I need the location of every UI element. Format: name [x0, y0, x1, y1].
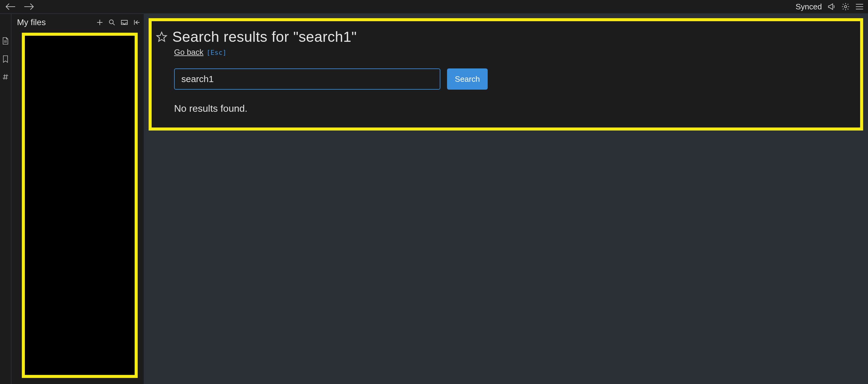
go-back-link[interactable]: Go back — [174, 47, 204, 57]
file-icon[interactable] — [2, 37, 9, 45]
plus-icon[interactable] — [96, 19, 103, 26]
search-results-panel: Search results for "search1" Go back [Es… — [149, 18, 863, 131]
sidebar-toolbar — [96, 19, 140, 26]
sidebar: My files — [11, 13, 144, 384]
svg-line-11 — [6, 74, 7, 80]
forward-arrow-icon[interactable] — [24, 3, 34, 10]
sidebar-title: My files — [17, 18, 46, 27]
menu-icon[interactable] — [855, 3, 864, 10]
back-arrow-icon[interactable] — [5, 3, 16, 10]
sidebar-header: My files — [11, 14, 144, 31]
svg-point-14 — [110, 20, 114, 24]
search-row: Search — [156, 68, 849, 90]
hash-icon[interactable] — [2, 73, 9, 80]
esc-hint: [Esc] — [207, 49, 226, 56]
announce-icon[interactable] — [827, 2, 836, 11]
file-tree-highlight[interactable] — [22, 33, 138, 378]
main-content: Search results for "search1" Go back [Es… — [144, 13, 868, 384]
topbar: Synced — [0, 0, 868, 13]
star-icon[interactable] — [156, 31, 167, 43]
mini-rail — [0, 13, 11, 384]
no-results-message: No results found. — [156, 103, 849, 114]
page-title: Search results for "search1" — [172, 29, 356, 45]
app-root: Synced — [0, 0, 868, 384]
sync-status: Synced — [796, 2, 822, 11]
bookmark-icon[interactable] — [2, 55, 8, 63]
svg-marker-18 — [157, 32, 166, 41]
back-row: Go back [Esc] — [156, 47, 849, 57]
svg-line-10 — [4, 74, 5, 80]
gear-icon[interactable] — [841, 2, 850, 11]
nav-arrows — [5, 3, 34, 10]
file-tree-area — [11, 31, 144, 384]
svg-line-15 — [113, 23, 115, 25]
search-icon[interactable] — [108, 19, 115, 26]
search-button[interactable]: Search — [447, 68, 488, 90]
collapse-icon[interactable] — [133, 19, 140, 26]
svg-point-2 — [844, 5, 846, 7]
topbar-right: Synced — [796, 2, 864, 11]
search-input[interactable] — [174, 68, 440, 90]
body: My files — [0, 13, 868, 384]
inbox-icon[interactable] — [121, 20, 128, 26]
title-row: Search results for "search1" — [156, 29, 849, 45]
